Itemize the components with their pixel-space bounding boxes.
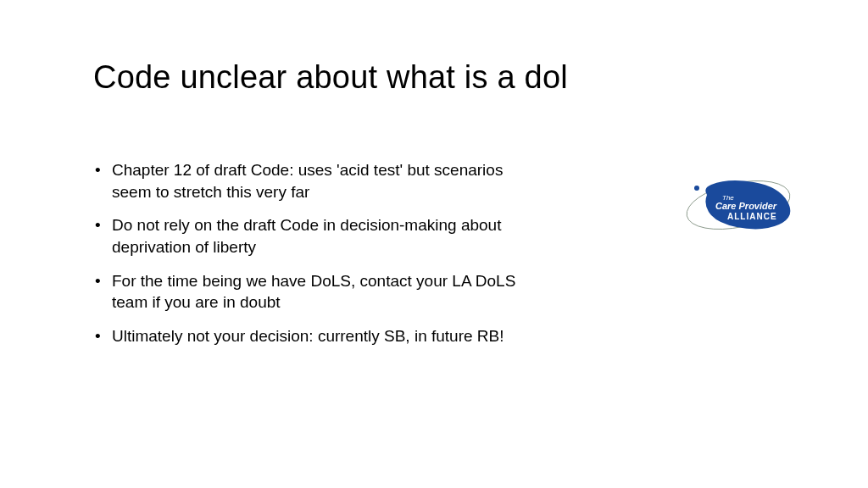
bullet-item: For the time being we have DoLS, contact…: [93, 270, 542, 313]
care-provider-alliance-logo: The Care Provider ALLIANCE: [682, 169, 796, 245]
svg-point-1: [694, 186, 699, 191]
slide-title: Code unclear about what is a dol: [93, 59, 775, 96]
bullet-item: Do not rely on the draft Code in decisio…: [93, 214, 542, 258]
logo-icon: The Care Provider ALLIANCE: [682, 169, 796, 241]
content-row: Chapter 12 of draft Code: uses 'acid tes…: [93, 159, 775, 358]
bullet-list: Chapter 12 of draft Code: uses 'acid tes…: [93, 159, 542, 358]
bullet-item: Chapter 12 of draft Code: uses 'acid tes…: [93, 159, 542, 202]
logo-text-alliance: ALLIANCE: [727, 212, 777, 221]
logo-text-care-provider: Care Provider: [715, 201, 777, 211]
slide: Code unclear about what is a dol Chapter…: [0, 0, 868, 488]
bullet-item: Ultimately not your decision: currently …: [93, 325, 542, 347]
